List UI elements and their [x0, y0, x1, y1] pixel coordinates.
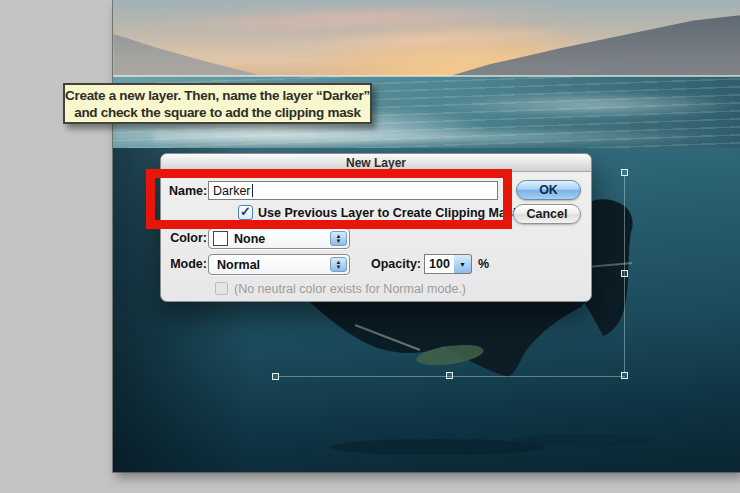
stepper-down-icon: ▼ — [336, 265, 342, 270]
wave-foam — [443, 92, 740, 118]
opacity-input[interactable]: 100 — [424, 254, 455, 274]
neutral-color-checkbox — [215, 282, 228, 295]
cancel-button-label: Cancel — [527, 207, 568, 221]
color-label: Color: — [169, 231, 207, 245]
mode-select[interactable]: Normal ▲ ▼ — [208, 254, 350, 275]
tutorial-callout: Create a new layer. Then, name the layer… — [63, 83, 372, 124]
horizon-line — [113, 75, 740, 77]
color-swatch — [213, 231, 228, 246]
opacity-dropdown-button[interactable]: ▼ — [454, 254, 472, 274]
color-stepper-button[interactable]: ▲ ▼ — [330, 231, 347, 246]
opacity-unit: % — [478, 257, 489, 271]
transform-handle-top-right[interactable] — [621, 169, 628, 176]
neutral-color-note: (No neutral color exists for Normal mode… — [234, 282, 466, 296]
dialog-title: New Layer — [346, 156, 406, 170]
transform-handle-bottom-left[interactable] — [272, 373, 279, 380]
mode-value: Normal — [217, 258, 260, 272]
transform-handle-bottom-right[interactable] — [621, 372, 628, 379]
color-value: None — [234, 232, 265, 246]
highlight-rectangle — [146, 169, 512, 229]
opacity-value: 100 — [429, 257, 450, 271]
ok-button-label: OK — [539, 183, 558, 197]
wave-foam — [153, 128, 713, 146]
callout-text-line2: and check the square to add the clipping… — [74, 104, 361, 121]
mode-stepper-button[interactable]: ▲ ▼ — [330, 257, 347, 272]
callout-text-line1: Create a new layer. Then, name the layer… — [65, 87, 370, 104]
transform-handle-bottom-mid[interactable] — [446, 372, 453, 379]
cancel-button[interactable]: Cancel — [513, 204, 581, 224]
mode-label: Mode: — [169, 257, 207, 271]
dropdown-arrow-icon: ▼ — [459, 261, 466, 268]
stepper-down-icon: ▼ — [336, 239, 342, 244]
opacity-label: Opacity: — [365, 257, 421, 271]
sunset-sky — [113, 0, 740, 76]
photoshop-canvas-area: Create a new layer. Then, name the layer… — [0, 0, 740, 493]
transform-handle-mid-right[interactable] — [621, 270, 628, 277]
color-select[interactable]: None ▲ ▼ — [208, 228, 350, 249]
ok-button[interactable]: OK — [516, 180, 581, 200]
